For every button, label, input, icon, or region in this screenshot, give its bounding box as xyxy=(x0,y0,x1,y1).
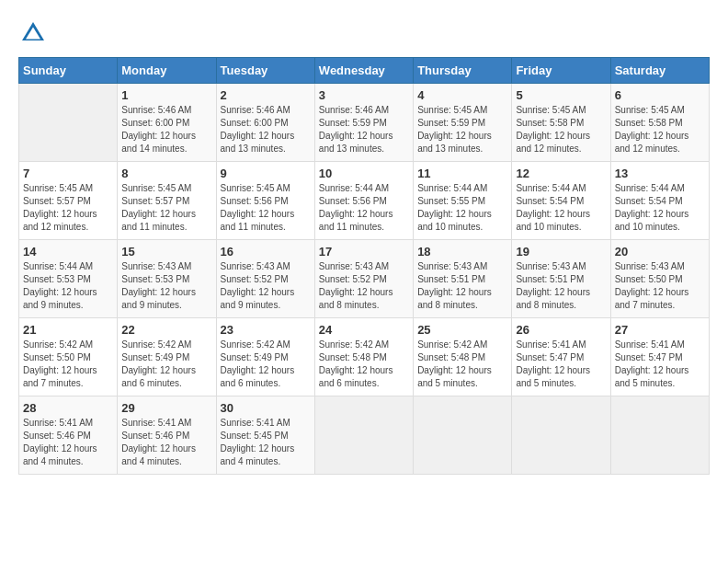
day-info: Sunrise: 5:43 AM Sunset: 5:51 PM Dayligh… xyxy=(516,260,606,312)
calendar-header-row: SundayMondayTuesdayWednesdayThursdayFrid… xyxy=(19,58,710,84)
day-info: Sunrise: 5:45 AM Sunset: 5:58 PM Dayligh… xyxy=(615,104,705,155)
day-info: Sunrise: 5:44 AM Sunset: 5:54 PM Dayligh… xyxy=(615,182,705,234)
day-info: Sunrise: 5:44 AM Sunset: 5:56 PM Dayligh… xyxy=(319,182,409,234)
calendar-week-row: 28Sunrise: 5:41 AM Sunset: 5:46 PM Dayli… xyxy=(19,396,710,475)
calendar-header-friday: Friday xyxy=(512,58,610,84)
day-info: Sunrise: 5:46 AM Sunset: 6:00 PM Dayligh… xyxy=(221,104,311,155)
calendar-cell xyxy=(19,84,118,162)
day-number: 20 xyxy=(615,245,705,259)
calendar-cell: 25Sunrise: 5:42 AM Sunset: 5:48 PM Dayli… xyxy=(414,318,512,396)
day-number: 19 xyxy=(516,245,606,259)
calendar-cell: 30Sunrise: 5:41 AM Sunset: 5:45 PM Dayli… xyxy=(216,396,314,475)
calendar-cell: 10Sunrise: 5:44 AM Sunset: 5:56 PM Dayli… xyxy=(314,162,413,240)
day-number: 23 xyxy=(221,323,311,337)
calendar-cell: 19Sunrise: 5:43 AM Sunset: 5:51 PM Dayli… xyxy=(512,240,610,318)
day-info: Sunrise: 5:42 AM Sunset: 5:48 PM Dayligh… xyxy=(319,339,409,390)
day-info: Sunrise: 5:46 AM Sunset: 5:59 PM Dayligh… xyxy=(319,104,409,155)
calendar-week-row: 7Sunrise: 5:45 AM Sunset: 5:57 PM Daylig… xyxy=(19,162,710,240)
calendar-header-sunday: Sunday xyxy=(19,58,118,84)
day-number: 8 xyxy=(121,167,211,180)
calendar-cell xyxy=(314,396,413,475)
calendar-cell: 28Sunrise: 5:41 AM Sunset: 5:46 PM Dayli… xyxy=(19,396,118,475)
calendar-week-row: 21Sunrise: 5:42 AM Sunset: 5:50 PM Dayli… xyxy=(19,318,710,396)
day-number: 6 xyxy=(615,88,705,102)
day-info: Sunrise: 5:45 AM Sunset: 5:57 PM Dayligh… xyxy=(121,182,211,234)
day-number: 25 xyxy=(417,323,507,337)
day-number: 21 xyxy=(23,323,113,337)
day-info: Sunrise: 5:43 AM Sunset: 5:52 PM Dayligh… xyxy=(221,260,311,312)
day-number: 11 xyxy=(417,167,507,180)
calendar-cell: 18Sunrise: 5:43 AM Sunset: 5:51 PM Dayli… xyxy=(414,240,512,318)
day-number: 2 xyxy=(221,88,311,102)
calendar-week-row: 1Sunrise: 5:46 AM Sunset: 6:00 PM Daylig… xyxy=(19,84,710,162)
day-info: Sunrise: 5:41 AM Sunset: 5:46 PM Dayligh… xyxy=(121,417,211,468)
day-number: 4 xyxy=(417,88,507,102)
calendar-cell: 22Sunrise: 5:42 AM Sunset: 5:49 PM Dayli… xyxy=(118,318,216,396)
calendar-cell xyxy=(414,396,512,475)
day-number: 9 xyxy=(221,167,311,180)
calendar-cell: 4Sunrise: 5:45 AM Sunset: 5:59 PM Daylig… xyxy=(414,84,512,162)
day-number: 17 xyxy=(319,245,409,259)
calendar-header-thursday: Thursday xyxy=(414,58,512,84)
day-info: Sunrise: 5:43 AM Sunset: 5:51 PM Dayligh… xyxy=(417,260,507,312)
calendar-cell: 24Sunrise: 5:42 AM Sunset: 5:48 PM Dayli… xyxy=(314,318,413,396)
calendar-cell: 29Sunrise: 5:41 AM Sunset: 5:46 PM Dayli… xyxy=(118,396,216,475)
calendar-cell: 3Sunrise: 5:46 AM Sunset: 5:59 PM Daylig… xyxy=(314,84,413,162)
calendar-cell: 11Sunrise: 5:44 AM Sunset: 5:55 PM Dayli… xyxy=(414,162,512,240)
day-number: 24 xyxy=(319,323,409,337)
day-info: Sunrise: 5:41 AM Sunset: 5:47 PM Dayligh… xyxy=(615,339,705,390)
day-number: 22 xyxy=(121,323,211,337)
calendar-header-wednesday: Wednesday xyxy=(314,58,413,84)
day-number: 1 xyxy=(121,88,211,102)
day-number: 16 xyxy=(221,245,311,259)
calendar-table: SundayMondayTuesdayWednesdayThursdayFrid… xyxy=(18,57,710,475)
page-header xyxy=(18,18,710,48)
day-number: 29 xyxy=(121,401,211,415)
day-number: 28 xyxy=(23,401,113,415)
calendar-cell: 14Sunrise: 5:44 AM Sunset: 5:53 PM Dayli… xyxy=(19,240,118,318)
day-info: Sunrise: 5:43 AM Sunset: 5:53 PM Dayligh… xyxy=(121,260,211,312)
calendar-cell: 27Sunrise: 5:41 AM Sunset: 5:47 PM Dayli… xyxy=(610,318,709,396)
day-info: Sunrise: 5:43 AM Sunset: 5:50 PM Dayligh… xyxy=(615,260,705,312)
day-number: 26 xyxy=(516,323,606,337)
logo xyxy=(18,18,51,48)
day-info: Sunrise: 5:42 AM Sunset: 5:49 PM Dayligh… xyxy=(221,339,311,390)
day-info: Sunrise: 5:45 AM Sunset: 5:59 PM Dayligh… xyxy=(417,104,507,155)
calendar-cell: 12Sunrise: 5:44 AM Sunset: 5:54 PM Dayli… xyxy=(512,162,610,240)
day-number: 18 xyxy=(417,245,507,259)
calendar-cell: 13Sunrise: 5:44 AM Sunset: 5:54 PM Dayli… xyxy=(610,162,709,240)
calendar-cell: 7Sunrise: 5:45 AM Sunset: 5:57 PM Daylig… xyxy=(19,162,118,240)
calendar-cell: 17Sunrise: 5:43 AM Sunset: 5:52 PM Dayli… xyxy=(314,240,413,318)
calendar-cell xyxy=(610,396,709,475)
day-number: 7 xyxy=(23,167,113,180)
calendar-cell: 1Sunrise: 5:46 AM Sunset: 6:00 PM Daylig… xyxy=(118,84,216,162)
day-number: 15 xyxy=(121,245,211,259)
logo-icon xyxy=(18,18,48,48)
day-number: 3 xyxy=(319,88,409,102)
day-info: Sunrise: 5:44 AM Sunset: 5:55 PM Dayligh… xyxy=(417,182,507,234)
day-info: Sunrise: 5:45 AM Sunset: 5:58 PM Dayligh… xyxy=(516,104,606,155)
day-info: Sunrise: 5:41 AM Sunset: 5:46 PM Dayligh… xyxy=(23,417,113,468)
calendar-cell: 9Sunrise: 5:45 AM Sunset: 5:56 PM Daylig… xyxy=(216,162,314,240)
calendar-cell: 2Sunrise: 5:46 AM Sunset: 6:00 PM Daylig… xyxy=(216,84,314,162)
day-info: Sunrise: 5:44 AM Sunset: 5:53 PM Dayligh… xyxy=(23,260,113,312)
day-info: Sunrise: 5:42 AM Sunset: 5:50 PM Dayligh… xyxy=(23,339,113,390)
calendar-cell xyxy=(512,396,610,475)
calendar-cell: 15Sunrise: 5:43 AM Sunset: 5:53 PM Dayli… xyxy=(118,240,216,318)
calendar-cell: 20Sunrise: 5:43 AM Sunset: 5:50 PM Dayli… xyxy=(610,240,709,318)
day-number: 30 xyxy=(221,401,311,415)
day-info: Sunrise: 5:41 AM Sunset: 5:45 PM Dayligh… xyxy=(221,417,311,468)
day-number: 10 xyxy=(319,167,409,180)
day-info: Sunrise: 5:46 AM Sunset: 6:00 PM Dayligh… xyxy=(121,104,211,155)
calendar-cell: 21Sunrise: 5:42 AM Sunset: 5:50 PM Dayli… xyxy=(19,318,118,396)
day-info: Sunrise: 5:42 AM Sunset: 5:48 PM Dayligh… xyxy=(417,339,507,390)
calendar-cell: 23Sunrise: 5:42 AM Sunset: 5:49 PM Dayli… xyxy=(216,318,314,396)
calendar-header-monday: Monday xyxy=(118,58,216,84)
day-info: Sunrise: 5:41 AM Sunset: 5:47 PM Dayligh… xyxy=(516,339,606,390)
calendar-cell: 16Sunrise: 5:43 AM Sunset: 5:52 PM Dayli… xyxy=(216,240,314,318)
day-number: 14 xyxy=(23,245,113,259)
calendar-cell: 26Sunrise: 5:41 AM Sunset: 5:47 PM Dayli… xyxy=(512,318,610,396)
calendar-week-row: 14Sunrise: 5:44 AM Sunset: 5:53 PM Dayli… xyxy=(19,240,710,318)
day-number: 12 xyxy=(516,167,606,180)
calendar-cell: 5Sunrise: 5:45 AM Sunset: 5:58 PM Daylig… xyxy=(512,84,610,162)
